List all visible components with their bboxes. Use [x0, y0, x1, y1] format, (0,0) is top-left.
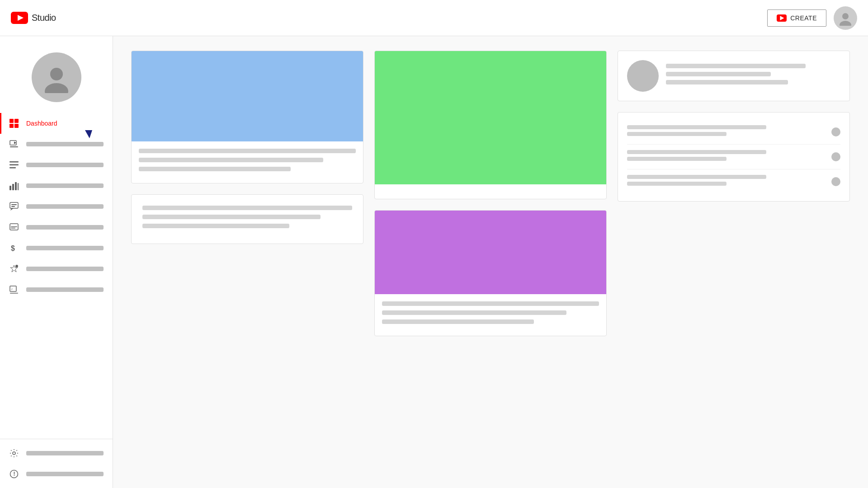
card-content-3	[375, 294, 606, 336]
sidebar-item-dashboard[interactable]: Dashboard	[0, 113, 113, 134]
sidebar-item-comments[interactable]	[0, 196, 113, 217]
sidebar-item-settings[interactable]	[0, 443, 113, 464]
header-right: CREATE	[767, 6, 857, 30]
sidebar-item-analytics[interactable]	[0, 175, 113, 196]
sidebar-item-content[interactable]	[0, 134, 113, 155]
channel-name-line	[666, 64, 806, 68]
text-line-2	[142, 215, 321, 219]
svg-rect-17	[12, 184, 14, 190]
sidebar-channel-avatar-area	[0, 43, 113, 113]
stats-card[interactable]	[618, 112, 850, 202]
svg-rect-26	[11, 228, 15, 229]
audio-label-placeholder	[26, 287, 104, 292]
stats-label-1	[627, 125, 766, 129]
channel-sub-line	[666, 72, 771, 76]
sidebar-item-subtitles[interactable]	[0, 217, 113, 238]
stats-dot-3	[831, 177, 840, 186]
youtube-icon	[11, 12, 28, 24]
subtitles-icon	[9, 222, 19, 232]
channel-info	[666, 64, 840, 88]
svg-rect-22	[11, 204, 17, 205]
sidebar-item-customization[interactable]	[0, 258, 113, 279]
sidebar-nav: Dashboard	[0, 113, 113, 439]
middle-column	[374, 51, 607, 336]
right-column	[618, 51, 850, 336]
svg-rect-7	[14, 119, 19, 123]
thumbnail-purple	[375, 211, 606, 294]
analytics-label-placeholder	[26, 183, 104, 188]
customization-label-placeholder	[26, 267, 104, 271]
thumbnail-green	[375, 51, 606, 184]
svg-rect-13	[9, 161, 19, 163]
dashboard-label: Dashboard	[26, 120, 57, 127]
customization-icon	[9, 264, 19, 274]
card-video-1[interactable]	[131, 51, 363, 183]
studio-wordmark: Studio	[32, 13, 56, 23]
stats-row-2	[627, 145, 840, 169]
sidebar-item-feedback[interactable]: !	[0, 464, 113, 484]
comments-label-placeholder	[26, 204, 104, 209]
audio-icon: ♪	[9, 285, 19, 295]
channel-info-card[interactable]	[618, 51, 850, 101]
svg-text:$: $	[11, 244, 15, 252]
user-avatar-icon	[838, 10, 853, 26]
card-text-1[interactable]	[131, 194, 363, 244]
settings-icon	[9, 448, 19, 458]
sidebar-item-monetization[interactable]: $	[0, 238, 113, 258]
svg-point-5	[45, 83, 68, 93]
playlists-icon	[9, 160, 19, 170]
stats-value-3	[627, 182, 726, 186]
create-button[interactable]: CREATE	[767, 9, 826, 27]
sidebar-item-audio[interactable]: ♪	[0, 279, 113, 300]
card-title-line-3	[139, 167, 291, 171]
svg-point-4	[50, 68, 63, 80]
sidebar-item-playlists[interactable]	[0, 155, 113, 175]
card-title-line-2	[139, 158, 323, 162]
sidebar-avatar-circle[interactable]	[32, 52, 81, 102]
left-column	[131, 51, 363, 336]
svg-rect-12	[10, 146, 18, 147]
content-label-placeholder	[26, 142, 104, 146]
svg-text:♪: ♪	[11, 287, 13, 291]
sidebar-bottom: !	[0, 439, 113, 488]
stats-label-3	[627, 175, 766, 179]
sidebar-avatar-icon	[41, 61, 72, 93]
svg-rect-18	[15, 182, 17, 190]
svg-rect-23	[11, 206, 15, 207]
purple-line-3	[382, 319, 534, 324]
purple-line-2	[382, 310, 566, 315]
card-content-2	[375, 184, 606, 199]
analytics-icon	[9, 181, 19, 191]
create-video-icon	[777, 14, 787, 22]
subtitles-label-placeholder	[26, 225, 104, 230]
svg-rect-15	[9, 167, 16, 169]
card-title-line-1	[139, 149, 356, 153]
purple-line-1	[382, 301, 599, 306]
svg-rect-14	[9, 164, 19, 166]
stats-dot-1	[831, 127, 840, 136]
dashboard-icon	[9, 118, 19, 128]
card-video-3[interactable]	[374, 210, 607, 336]
feedback-label-placeholder	[26, 472, 104, 476]
stats-text-2	[627, 150, 826, 164]
svg-rect-19	[18, 183, 19, 190]
comments-icon	[9, 202, 19, 211]
text-line-3	[142, 224, 289, 228]
card-content-1	[132, 141, 363, 183]
svg-text:!: !	[14, 471, 15, 477]
card-video-2[interactable]	[374, 51, 607, 199]
create-button-label: CREATE	[790, 14, 817, 22]
thumbnail-blue	[132, 51, 363, 141]
svg-rect-9	[14, 124, 19, 128]
svg-rect-8	[9, 124, 14, 128]
user-avatar-header[interactable]	[834, 6, 857, 30]
svg-rect-6	[9, 119, 14, 123]
svg-point-2	[842, 13, 849, 19]
svg-point-32	[13, 452, 15, 455]
content-grid	[131, 51, 850, 336]
content-icon	[9, 139, 19, 149]
settings-label-placeholder	[26, 451, 104, 455]
text-line-1	[142, 206, 352, 210]
stats-row-3	[627, 169, 840, 194]
youtube-logo[interactable]: Studio	[11, 12, 56, 24]
